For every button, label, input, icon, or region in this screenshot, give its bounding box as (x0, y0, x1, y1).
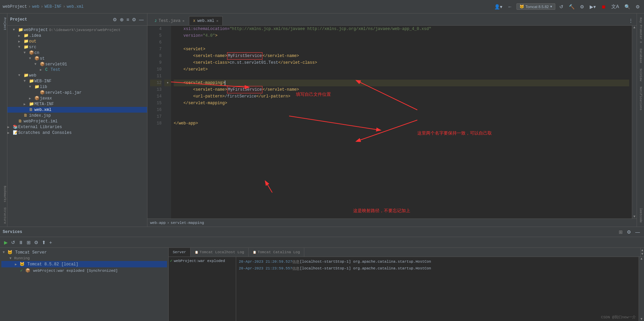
tree-item-scratches[interactable]: ▶ 📝 Scratches and Consoles (7, 130, 147, 136)
server-tab[interactable]: Server (169, 248, 191, 257)
scroll-up-btn[interactable]: ▲ (641, 249, 643, 252)
services-settings-btn[interactable]: ⚙ (625, 229, 633, 235)
back-btn[interactable]: ← (506, 3, 514, 10)
services-group-btn[interactable]: ⊞ (25, 239, 32, 246)
scratches-icon: 📝 (13, 130, 18, 135)
tree-item-cn[interactable]: ▼ 📦 cn (7, 50, 147, 56)
run-dropdown-btn[interactable]: ▶▾ (588, 3, 597, 10)
folder-icon: 📁 (24, 73, 29, 78)
leetcode-tab[interactable]: leetcode (638, 205, 643, 225)
editor-menu-btn[interactable]: ⋮ (628, 17, 634, 24)
editor-tabs: J Test.java ✕ X web.xml ✕ ⋮ (147, 13, 637, 26)
settings-btn[interactable]: ⚙ (634, 3, 641, 10)
breadcrumb-servlet-mapping[interactable]: servlet-mapping (171, 221, 204, 225)
xml-icon: X (193, 19, 195, 23)
tree-label-idea: .idea (29, 33, 41, 38)
package-icon: 📦 (34, 56, 40, 61)
services-log[interactable]: 20-Apr-2023 21:20:59.527 信息 [localhost-s… (236, 257, 644, 321)
services-rerun-btn[interactable]: ↺ (10, 239, 17, 246)
log-entry-1: 20-Apr-2023 21:20:59.527 信息 [localhost-s… (239, 258, 641, 265)
database-tab[interactable]: Database (638, 46, 643, 66)
services-title: Services (3, 230, 22, 234)
project-vtab[interactable]: Project (0, 15, 7, 33)
tree-item-lib[interactable]: ▼ 📁 lib (7, 84, 147, 90)
code-line-11 (174, 73, 629, 80)
log-scroll-down[interactable]: ▼ (639, 317, 644, 321)
localhost-log-tab[interactable]: 📋 Tomcat Localhost Log (191, 248, 249, 257)
sciview-tab[interactable]: SciView (638, 66, 643, 84)
key-promoter-tab[interactable]: Key Promoter X (638, 15, 643, 46)
scroll-down-btn[interactable]: ▼ (641, 252, 643, 256)
catalina-log-label: Tomcat Catalina Log (258, 250, 300, 254)
iml-icon: 🗎 (18, 119, 24, 124)
translate-btn[interactable]: 文A (610, 3, 620, 10)
tomcat-instance-item[interactable]: ▶ 🐱 Tomcat 8.5.82 [local] (1, 261, 167, 267)
tree-item-javax[interactable]: ▶ 📦 javax (7, 95, 147, 101)
tree-item-test[interactable]: ▶ C Test (7, 67, 147, 72)
services-jump-btn[interactable]: ⬆ (40, 239, 47, 246)
log-icon: 📋 (195, 251, 198, 254)
structure-vtab[interactable]: Structure (0, 205, 7, 227)
stop-btn[interactable]: ⏹ (600, 3, 607, 10)
green-check-icon: ✓ (20, 268, 23, 273)
services-body: ▼ 🐱 Tomcat Server ▼ Running ▶ 🐱 Tomcat 8… (0, 248, 644, 321)
tree-item-servlet01[interactable]: ▼ 📦 servlet01 (7, 61, 147, 67)
catalina-log-tab[interactable]: 📋 Tomcat Catalina Log (249, 248, 304, 257)
tree-item-out[interactable]: ▶ 📁 out (7, 38, 147, 44)
tree-item-webinf[interactable]: ▼ 📁 WEB-INF (7, 78, 147, 84)
tab-close-xml[interactable]: ✕ (216, 19, 218, 23)
services-run-btn[interactable]: ▶ (3, 239, 9, 246)
sidebar-settings-btn[interactable]: ⚙ (112, 16, 118, 23)
tree-label-javax: javax (40, 96, 52, 101)
tree-item-src[interactable]: ▼ 📁 src (7, 44, 147, 50)
tree-item-st[interactable]: ▼ 📦 st (7, 56, 147, 61)
breadcrumb-project[interactable]: webProject (3, 4, 27, 9)
code-lines[interactable]: xsi:schemaLocation="http://xmlns.jcp.xml… (171, 26, 632, 218)
tree-item-web-xml[interactable]: ▶ 🗎 web.xml (7, 107, 147, 113)
sidebar-gear-btn[interactable]: ⚙ (131, 16, 137, 23)
refresh-btn[interactable]: ↺ (558, 3, 565, 10)
bookmarks-vtab[interactable]: Bookmarks (0, 183, 7, 205)
annotation-keep-consistent: 这里两个名字要保持一致，可以自己取 (417, 130, 492, 136)
breadcrumb-web[interactable]: web (32, 4, 39, 9)
notifications-tab[interactable]: Notifications (638, 84, 643, 113)
project-sidebar: Project ⚙ ⊕ ≡ ⚙ — ▼ 📁 webProject D:\idea… (7, 13, 147, 227)
build-btn2[interactable]: ⚙ (579, 3, 586, 10)
tree-item-servlet-api[interactable]: ▶ 📦 servlet-api.jar (7, 90, 147, 95)
tree-item-web[interactable]: ▼ 📁 web (7, 72, 147, 78)
services-suspend-btn[interactable]: ⏸ (17, 239, 25, 246)
tree-item-meta-inf[interactable]: ▶ 📁 META-INF (7, 101, 147, 107)
sidebar-toolbar: Project ⚙ ⊕ ≡ ⚙ — (7, 13, 147, 26)
tree-item-iml[interactable]: ▶ 🗎 webProject.iml (7, 118, 147, 124)
build-btn1[interactable]: 🔨 (567, 3, 576, 10)
tree-item-idea[interactable]: ▶ 📁 .idea (7, 33, 147, 38)
tree-item-index-jsp[interactable]: ▶ 🗎 index.jsp (7, 113, 147, 118)
tab-test-java[interactable]: J Test.java ✕ (150, 16, 189, 25)
profile-btn[interactable]: 👤▾ (493, 3, 504, 10)
tomcat-run-config[interactable]: 🐱 Tomcat 8.5.82 ▾ (516, 3, 555, 10)
editor-scrollbar[interactable]: ▲ ▼ (632, 26, 637, 218)
code-line-18: </web-app> (174, 120, 629, 127)
tab-close-test[interactable]: ✕ (183, 19, 185, 23)
search-btn[interactable]: 🔍 (623, 3, 632, 10)
breadcrumb-webapp[interactable]: web-app (150, 221, 166, 225)
services-close-btn[interactable]: — (634, 229, 641, 235)
breadcrumb-file[interactable]: web.xml (67, 4, 84, 9)
tree-item-external-libs[interactable]: ▶ 📚 External Libraries (7, 124, 147, 130)
scroll-down[interactable]: ▼ (633, 215, 635, 218)
log-scroll-up[interactable]: ▲ (639, 257, 644, 261)
sidebar-collapse-btn[interactable]: ≡ (126, 16, 130, 23)
breadcrumb-webinf[interactable]: WEB-INF (45, 4, 61, 9)
tree-item-webproject[interactable]: ▼ 📁 webProject D:\ideawork\javasepro\web… (7, 27, 147, 33)
war-server-item[interactable]: ✓ webProject:war exploded (170, 258, 234, 263)
tomcat-server-item[interactable]: ▼ 🐱 Tomcat Server (1, 249, 167, 256)
tab-web-xml[interactable]: X web.xml ✕ (189, 16, 223, 25)
running-label: Running (14, 256, 30, 260)
sidebar-close-btn[interactable]: — (138, 16, 144, 23)
war-exploded-item[interactable]: ✓ 📦 webProject:war exploded [Synchronize… (1, 267, 167, 274)
scroll-up[interactable]: ▲ (633, 26, 635, 29)
services-filter-btn[interactable]: ⚙ (33, 239, 40, 246)
services-add-btn[interactable]: + (48, 239, 53, 246)
sidebar-add-btn[interactable]: ⊕ (119, 16, 124, 23)
services-maximize-btn[interactable]: ⊞ (617, 229, 624, 235)
